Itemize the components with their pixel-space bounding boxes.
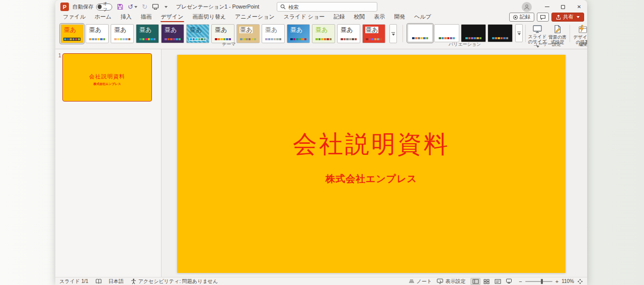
theme-dark-purple[interactable]: 亜あ bbox=[161, 24, 184, 43]
theme-color-strip bbox=[214, 38, 231, 41]
tab-animations[interactable]: アニメーション bbox=[230, 13, 279, 23]
tab-slideshow[interactable]: スライド ショー bbox=[279, 13, 330, 23]
display-settings-button[interactable]: 表示設定 bbox=[437, 278, 465, 285]
variation-3[interactable] bbox=[461, 24, 486, 42]
theme-color-strip bbox=[365, 38, 382, 41]
slide-title[interactable]: 会社説明資料 bbox=[293, 131, 450, 158]
search-box[interactable] bbox=[277, 2, 377, 12]
customize-qat-button[interactable] bbox=[164, 6, 168, 8]
document-title: プレゼンテーション1 - PowerPoint bbox=[176, 4, 259, 11]
undo-button[interactable]: ↺ bbox=[128, 4, 137, 10]
slideshow-view-button[interactable] bbox=[504, 278, 514, 285]
theme-sample-text: 亜あ bbox=[315, 27, 328, 33]
slide-indicator[interactable]: スライド 1/1 bbox=[59, 278, 89, 285]
thumbnail-title: 会社説明資料 bbox=[89, 73, 125, 80]
start-slideshow-button[interactable] bbox=[152, 4, 159, 10]
titlebar-right: ✕ bbox=[522, 0, 587, 14]
theme-color-strip bbox=[340, 38, 357, 41]
zoom-level[interactable]: 110% bbox=[561, 278, 574, 284]
autosave-toggle[interactable]: オフ bbox=[96, 4, 112, 11]
themes-more-button[interactable] bbox=[389, 24, 397, 43]
format-background-icon bbox=[553, 25, 562, 34]
theme-white-quiet[interactable]: 亜あ bbox=[262, 24, 285, 43]
tab-design[interactable]: デザイン bbox=[156, 13, 188, 23]
restore-button[interactable] bbox=[555, 0, 571, 14]
reading-view-button[interactable] bbox=[493, 278, 503, 285]
theme-tan-organic[interactable]: 亜あ bbox=[236, 24, 260, 43]
spellcheck-button[interactable] bbox=[96, 278, 102, 284]
zoom-slider[interactable] bbox=[525, 281, 552, 282]
theme-color-strip bbox=[114, 38, 131, 41]
slide-thumbnail[interactable]: 会社説明資料 株式会社エンプレス bbox=[62, 53, 152, 102]
theme-white-plain[interactable]: 亜あ bbox=[337, 24, 360, 43]
themes-group-label: テーマ bbox=[60, 41, 397, 48]
display-settings-icon bbox=[437, 278, 443, 284]
powerpoint-window: P 自動保存 オフ ↺ ↻ プレゼンテーション1 - PowerPoint bbox=[55, 0, 587, 285]
zoom-slider-thumb[interactable] bbox=[541, 279, 543, 284]
variation-gallery bbox=[408, 24, 513, 42]
variation-4[interactable] bbox=[488, 24, 513, 42]
account-avatar[interactable] bbox=[522, 2, 532, 12]
collapse-ribbon-button[interactable]: ⌄ bbox=[579, 42, 583, 47]
close-button[interactable]: ✕ bbox=[571, 0, 587, 14]
theme-blue-pattern[interactable]: 亜あ bbox=[186, 24, 209, 43]
minimize-button[interactable] bbox=[539, 0, 555, 14]
language-button[interactable]: 日本語 bbox=[109, 278, 124, 285]
accessibility-icon bbox=[131, 278, 136, 284]
record-button[interactable]: 記録 bbox=[509, 13, 534, 22]
close-icon: ✕ bbox=[577, 4, 581, 10]
theme-current-yellow[interactable]: 亜あ bbox=[60, 24, 84, 43]
tab-draw[interactable]: 描画 bbox=[136, 13, 156, 23]
share-icon bbox=[556, 15, 561, 20]
tab-record[interactable]: 記録 bbox=[329, 13, 349, 23]
variations-more-button[interactable] bbox=[515, 24, 523, 42]
tab-insert[interactable]: 挿入 bbox=[116, 13, 136, 23]
slide-subtitle[interactable]: 株式会社エンプレス bbox=[326, 172, 417, 185]
tab-help[interactable]: ヘルプ bbox=[410, 13, 436, 23]
theme-blue-gradient[interactable]: 亜あ bbox=[287, 24, 310, 43]
tab-transitions[interactable]: 画面切り替え bbox=[188, 13, 231, 23]
zoom-in-button[interactable]: + bbox=[555, 278, 558, 284]
slide-sorter-view-button[interactable] bbox=[481, 278, 492, 285]
ribbon-tabs: ファイルホーム挿入描画デザイン画面切り替えアニメーションスライド ショー記録校閲… bbox=[58, 13, 436, 23]
tab-developer[interactable]: 開発 bbox=[389, 13, 410, 23]
theme-dark-teal[interactable]: 亜あ bbox=[136, 24, 159, 43]
normal-view-button[interactable] bbox=[470, 278, 480, 285]
variation-color-strip bbox=[492, 37, 508, 39]
variation-color-strip bbox=[465, 37, 481, 39]
tab-home[interactable]: ホーム bbox=[90, 13, 116, 23]
theme-light-banded[interactable]: 亜あ bbox=[211, 24, 234, 43]
theme-green-facet[interactable]: 亜あ bbox=[312, 24, 335, 43]
variation-color-strip bbox=[412, 37, 428, 39]
share-caret-icon bbox=[577, 16, 580, 18]
theme-gallery: 亜あ亜あ亜あ亜あ亜あ亜あ亜あ亜あ亜あ亜あ亜あ亜あ亜あ bbox=[60, 24, 385, 43]
tab-file[interactable]: ファイル bbox=[58, 13, 90, 23]
redo-button[interactable]: ↻ bbox=[142, 4, 147, 10]
notes-button[interactable]: ノート bbox=[409, 278, 432, 285]
theme-color-strip bbox=[265, 38, 282, 41]
notes-icon bbox=[409, 279, 415, 284]
share-button[interactable]: 共有 bbox=[551, 13, 584, 22]
theme-red-berlin[interactable]: 亜あ bbox=[362, 24, 385, 43]
group-separator bbox=[403, 25, 403, 42]
autosave-control[interactable]: 自動保存 オフ bbox=[72, 4, 112, 11]
tab-review[interactable]: 校閲 bbox=[349, 13, 369, 23]
theme-colorful-white[interactable]: 亜あ bbox=[111, 24, 134, 43]
slide-number: 1 bbox=[58, 53, 61, 58]
slide-canvas[interactable]: 会社説明資料 株式会社エンプレス bbox=[177, 55, 566, 273]
theme-color-strip bbox=[315, 38, 332, 41]
status-bar: スライド 1/1 日本語 アクセシビリティ: 問題ありません ノート 表示設定 bbox=[55, 277, 587, 285]
tab-view[interactable]: 表示 bbox=[369, 13, 389, 23]
comments-button[interactable] bbox=[537, 13, 549, 22]
fit-to-window-icon[interactable] bbox=[577, 278, 583, 284]
theme-sample-text: 亜あ bbox=[139, 27, 152, 33]
accessibility-status[interactable]: アクセシビリティ: 問題ありません bbox=[131, 278, 218, 285]
variation-1[interactable] bbox=[408, 24, 433, 42]
theme-sample-text: 亜あ bbox=[214, 27, 227, 33]
theme-office-white[interactable]: 亜あ bbox=[86, 24, 109, 43]
zoom-out-button[interactable]: − bbox=[519, 278, 522, 284]
titlebar: P 自動保存 オフ ↺ ↻ プレゼンテーション1 - PowerPoint bbox=[55, 0, 587, 14]
save-button[interactable] bbox=[117, 4, 123, 10]
variation-2[interactable] bbox=[434, 24, 459, 42]
search-input[interactable] bbox=[288, 4, 364, 10]
